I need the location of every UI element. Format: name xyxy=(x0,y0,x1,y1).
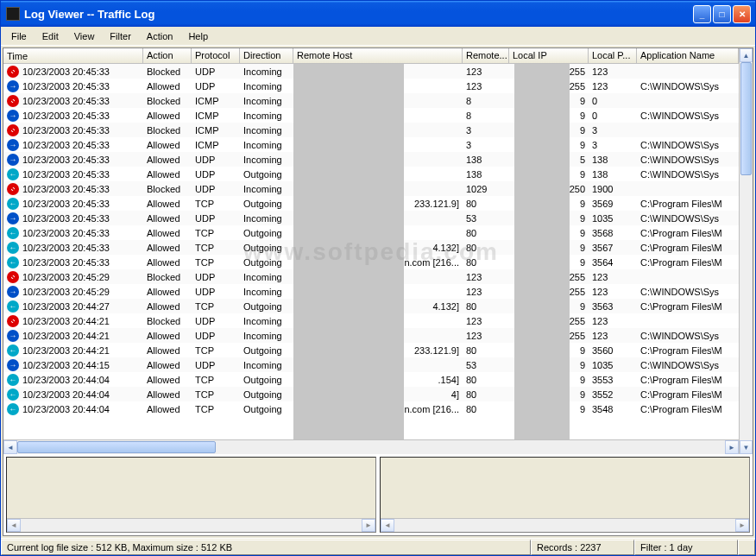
cell-app xyxy=(637,71,739,73)
hscroll-thumb[interactable] xyxy=(17,441,216,453)
cell-time: 10/23/2003 20:45:33 xyxy=(22,257,110,268)
status-icon: → xyxy=(7,286,19,298)
cell-protocol: ICMP xyxy=(192,124,240,136)
cell-app: C:\WINDOWS\Sys xyxy=(637,110,739,122)
scroll-up-arrow-icon[interactable]: ▲ xyxy=(740,48,753,62)
chevron-left-icon[interactable]: ◄ xyxy=(7,519,21,532)
cell-protocol: TCP xyxy=(192,374,240,386)
redaction-localip xyxy=(514,64,570,439)
vertical-scrollbar[interactable]: ▲ ▼ xyxy=(739,48,753,454)
cell-remoteport: 80 xyxy=(463,300,509,313)
cell-time: 10/23/2003 20:45:33 xyxy=(22,66,110,77)
cell-time: 10/23/2003 20:45:33 xyxy=(22,243,110,253)
scroll-down-arrow-icon[interactable]: ▼ xyxy=(740,440,753,454)
cell-action: Allowed xyxy=(143,389,192,401)
cell-action: Blocked xyxy=(143,271,192,283)
col-time[interactable]: Time xyxy=(3,48,143,63)
status-icon: ← xyxy=(7,227,19,239)
titlebar[interactable]: Log Viewer -- Traffic Log _ □ ✕ xyxy=(1,1,755,27)
menu-action[interactable]: Action xyxy=(140,29,180,43)
cell-app: C:\Program Files\M xyxy=(637,389,739,401)
cell-protocol: TCP xyxy=(192,389,240,401)
cell-direction: Outgoing xyxy=(240,389,293,401)
cell-localport: 138 xyxy=(589,154,637,166)
minimize-button[interactable]: _ xyxy=(693,5,711,23)
vscroll-thumb[interactable] xyxy=(740,62,752,175)
chevron-right-icon[interactable]: ► xyxy=(362,519,375,532)
col-remotehost[interactable]: Remote Host xyxy=(293,48,463,63)
panel-left-scrollbar[interactable]: ◄ ► xyxy=(7,518,375,532)
col-action[interactable]: Action xyxy=(143,48,192,63)
cell-protocol: TCP xyxy=(192,227,240,239)
horizontal-scrollbar[interactable]: ◄ ► xyxy=(3,439,739,454)
hscroll-track[interactable] xyxy=(17,440,725,454)
status-icon: ← xyxy=(7,242,19,254)
cell-remoteport: 123 xyxy=(463,271,509,283)
cell-time: 10/23/2003 20:45:33 xyxy=(22,228,110,238)
cell-direction: Incoming xyxy=(240,271,293,283)
app-icon xyxy=(6,7,20,21)
cell-action: Allowed xyxy=(143,154,192,166)
cell-localport: 3563 xyxy=(589,300,637,313)
cell-localport: 123 xyxy=(589,66,637,78)
cell-app xyxy=(637,188,739,190)
cell-remoteport: 80 xyxy=(463,403,509,415)
cell-time: 10/23/2003 20:45:29 xyxy=(22,287,110,297)
menu-edit[interactable]: Edit xyxy=(35,29,66,43)
maximize-button[interactable]: □ xyxy=(713,5,731,23)
menu-file[interactable]: File xyxy=(4,29,34,43)
cell-remoteport: 80 xyxy=(463,198,509,210)
status-icon: → xyxy=(7,154,19,166)
panel-right-scrollbar[interactable]: ◄ ► xyxy=(381,518,749,532)
chevron-left-icon[interactable]: ◄ xyxy=(381,519,394,532)
cell-direction: Outgoing xyxy=(240,227,293,239)
cell-time: 10/23/2003 20:45:33 xyxy=(22,155,110,165)
cell-protocol: TCP xyxy=(192,300,240,313)
cell-direction: Incoming xyxy=(240,359,293,371)
cell-app: C:\Program Files\M xyxy=(637,198,739,210)
cell-remoteport: 123 xyxy=(463,80,509,92)
cell-app: C:\WINDOWS\Sys xyxy=(637,359,739,371)
menu-view[interactable]: View xyxy=(67,29,102,43)
status-icon xyxy=(7,66,19,78)
cell-remoteport: 123 xyxy=(463,66,509,78)
grid-body[interactable]: www.softpedia.com 10/23/2003 20:45:33Blo… xyxy=(3,64,739,439)
status-icon: → xyxy=(7,330,19,342)
scroll-left-arrow-icon[interactable]: ◄ xyxy=(3,440,17,454)
cell-direction: Incoming xyxy=(240,110,293,122)
cell-time: 10/23/2003 20:44:04 xyxy=(22,389,110,400)
cell-direction: Incoming xyxy=(240,183,293,195)
cell-time: 10/23/2003 20:44:04 xyxy=(22,404,110,414)
cell-action: Allowed xyxy=(143,227,192,239)
col-localip[interactable]: Local IP xyxy=(509,48,589,63)
cell-action: Allowed xyxy=(143,403,192,415)
cell-localport: 0 xyxy=(589,95,637,107)
cell-localport: 3552 xyxy=(589,389,637,401)
col-localport[interactable]: Local P... xyxy=(589,48,637,63)
cell-time: 10/23/2003 20:45:33 xyxy=(22,96,110,106)
close-button[interactable]: ✕ xyxy=(733,5,751,23)
cell-protocol: UDP xyxy=(192,80,240,92)
cell-action: Allowed xyxy=(143,212,192,224)
cell-remoteport: 80 xyxy=(463,389,509,401)
cell-localport: 3569 xyxy=(589,198,637,210)
menu-help[interactable]: Help xyxy=(181,29,215,43)
menu-filter[interactable]: Filter xyxy=(103,29,137,43)
status-icon: → xyxy=(7,212,19,224)
cell-protocol: UDP xyxy=(192,154,240,166)
col-protocol[interactable]: Protocol xyxy=(192,48,240,63)
vscroll-track[interactable] xyxy=(740,62,753,440)
cell-remoteport: 123 xyxy=(463,330,509,342)
chevron-right-icon[interactable]: ► xyxy=(735,519,749,532)
col-remoteport[interactable]: Remote... xyxy=(463,48,509,63)
cell-direction: Incoming xyxy=(240,330,293,342)
cell-action: Blocked xyxy=(143,66,192,78)
col-app[interactable]: Application Name xyxy=(637,48,739,63)
col-direction[interactable]: Direction xyxy=(240,48,293,63)
scroll-right-arrow-icon[interactable]: ► xyxy=(725,440,739,454)
cell-direction: Outgoing xyxy=(240,256,293,269)
cell-remoteport: 53 xyxy=(463,212,509,224)
cell-app: C:\WINDOWS\Sys xyxy=(637,330,739,342)
cell-app xyxy=(637,100,739,102)
cell-localport: 3560 xyxy=(589,344,637,357)
